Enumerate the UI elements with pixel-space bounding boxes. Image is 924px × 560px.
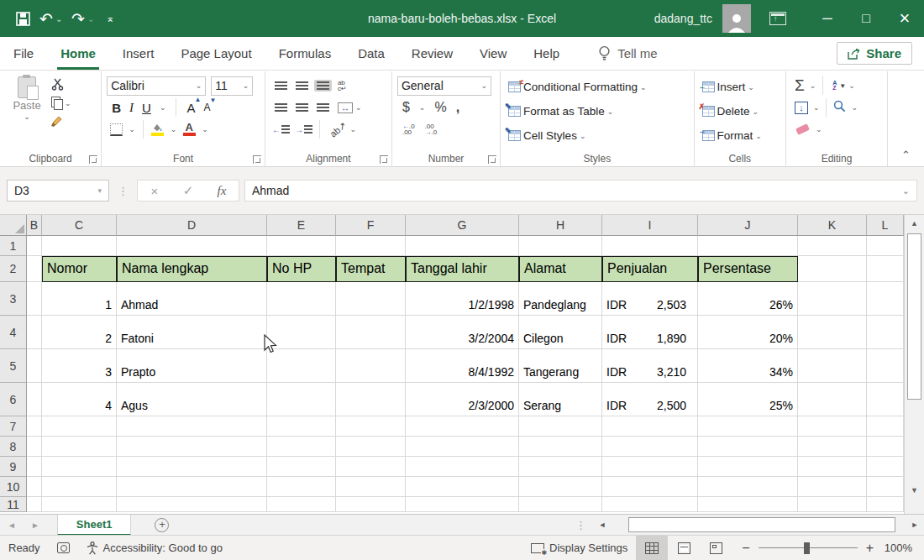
align-right-button[interactable]	[314, 102, 332, 113]
macro-recording-button[interactable]	[49, 536, 78, 560]
collapse-ribbon-button[interactable]: ⌃	[888, 144, 924, 166]
page-layout-view-button[interactable]	[668, 536, 700, 560]
cell-B10[interactable]	[27, 477, 42, 497]
zoom-level-button[interactable]: 100%	[884, 542, 924, 554]
zoom-out-button[interactable]: −	[742, 541, 749, 556]
tab-view[interactable]: View	[466, 38, 520, 70]
tab-help[interactable]: Help	[520, 38, 573, 70]
cell-J8[interactable]	[698, 437, 798, 457]
cell-I3[interactable]: IDR2,503	[602, 282, 698, 316]
fill-color-chevron-icon[interactable]: ⌄	[171, 125, 177, 133]
col-header-L[interactable]: L	[867, 215, 904, 236]
cell-I7[interactable]	[602, 416, 698, 437]
insert-cells-button[interactable]: ← Insert ⌄	[700, 79, 757, 95]
cell-C4[interactable]: 2	[42, 316, 117, 349]
cell-E3[interactable]	[267, 282, 336, 316]
percent-style-button[interactable]: %	[434, 100, 446, 115]
cell-C1[interactable]	[42, 236, 117, 256]
row-header-11[interactable]: 11	[0, 497, 27, 512]
sheet-bar-grip[interactable]: ⋮	[569, 519, 593, 531]
cell-E4[interactable]	[267, 316, 336, 349]
cell-F10[interactable]	[336, 477, 406, 497]
zoom-slider-thumb[interactable]	[804, 542, 810, 554]
col-header-J[interactable]: J	[698, 215, 798, 236]
customize-qat-button[interactable]: ⌅	[99, 6, 121, 31]
cell-G5[interactable]: 8/4/1992	[406, 349, 519, 383]
col-header-E[interactable]: E	[267, 215, 336, 236]
cell-L3[interactable]	[867, 282, 904, 316]
cell-D6[interactable]: Agus	[117, 383, 267, 416]
cell-K10[interactable]	[798, 477, 867, 497]
paste-button[interactable]: Paste ⌄	[5, 75, 49, 128]
cell-G8[interactable]	[406, 437, 519, 457]
cell-L5[interactable]	[867, 349, 904, 383]
col-header-F[interactable]: F	[336, 215, 406, 236]
conditional-formatting-button[interactable]: ≠ Conditional Formatting ⌄	[506, 79, 648, 95]
accounting-chevron-icon[interactable]: ⌄	[419, 103, 426, 112]
decrease-indent-button[interactable]: ←	[272, 125, 290, 134]
increase-font-size-button[interactable]: A▲	[186, 101, 195, 115]
cell-J9[interactable]	[698, 457, 798, 477]
cell-G11[interactable]	[406, 497, 519, 512]
decrease-font-size-button[interactable]: A▼	[203, 102, 210, 113]
cell-G4[interactable]: 3/2/2004	[406, 316, 519, 349]
cell-G9[interactable]	[406, 457, 519, 477]
row-header-8[interactable]: 8	[0, 437, 27, 457]
merge-center-button[interactable]: ↔ ⌄	[335, 101, 365, 115]
cell-D10[interactable]	[117, 477, 267, 497]
cell-E1[interactable]	[267, 236, 336, 256]
font-size-combo[interactable]: 11 ⌄	[211, 76, 253, 96]
cell-B1[interactable]	[27, 236, 42, 256]
row-header-7[interactable]: 7	[0, 416, 27, 437]
cell-F11[interactable]	[336, 497, 406, 512]
close-button[interactable]: ×	[885, 0, 924, 37]
tab-home[interactable]: Home	[47, 38, 109, 70]
select-all-corner[interactable]	[0, 215, 27, 236]
cell-L4[interactable]	[867, 316, 904, 349]
scroll-left-arrow[interactable]: ◄	[593, 517, 612, 533]
cell-F1[interactable]	[336, 236, 406, 256]
tab-data[interactable]: Data	[344, 38, 398, 70]
cancel-button[interactable]: ×	[138, 184, 171, 198]
fill-button[interactable]: ↓	[795, 102, 808, 114]
delete-cells-button[interactable]: ✗ Delete ⌄	[700, 103, 762, 119]
cell-I2[interactable]: Penjualan	[602, 256, 698, 282]
scroll-down-arrow[interactable]: ▼	[905, 482, 924, 499]
cell-B2[interactable]	[27, 256, 42, 282]
cell-C3[interactable]: 1	[42, 282, 117, 316]
format-cells-button[interactable]: ↔ Format ⌄	[700, 128, 764, 144]
clear-button[interactable]	[795, 123, 810, 135]
cell-F8[interactable]	[336, 437, 406, 457]
tell-me-button[interactable]: Tell me	[598, 45, 658, 61]
clipboard-dialog-launcher[interactable]	[89, 155, 97, 164]
cell-B5[interactable]	[27, 349, 42, 383]
scroll-up-arrow[interactable]: ▲	[905, 215, 924, 232]
decrease-decimal-button[interactable]: .00→.0	[425, 123, 438, 135]
align-left-button[interactable]	[272, 102, 290, 113]
increase-indent-button[interactable]: →	[295, 125, 312, 134]
cell-G3[interactable]: 1/2/1998	[406, 282, 519, 316]
cell-B6[interactable]	[27, 383, 42, 416]
cell-K1[interactable]	[798, 236, 867, 256]
number-format-combo[interactable]: General ⌄	[397, 76, 491, 96]
page-break-view-button[interactable]	[700, 536, 732, 560]
cell-E10[interactable]	[267, 477, 336, 497]
copy-button[interactable]: ⌄	[49, 95, 74, 111]
number-dialog-launcher[interactable]	[488, 155, 496, 164]
user-name[interactable]: dadang_ttc	[654, 12, 712, 25]
row-header-3[interactable]: 3	[0, 282, 27, 316]
cell-H6[interactable]: Serang	[519, 383, 602, 416]
save-button[interactable]	[12, 6, 34, 31]
cell-C2[interactable]: Nomor	[42, 256, 117, 282]
col-header-H[interactable]: H	[519, 215, 602, 236]
cell-E7[interactable]	[267, 416, 336, 437]
cell-D8[interactable]	[117, 437, 267, 457]
cell-D11[interactable]	[117, 497, 267, 512]
cell-F7[interactable]	[336, 416, 406, 437]
cell-I1[interactable]	[602, 236, 698, 256]
cell-D2[interactable]: Nama lengkap	[117, 256, 267, 282]
borders-chevron-icon[interactable]: ⌄	[129, 125, 135, 133]
vertical-scroll-thumb[interactable]	[907, 233, 921, 400]
minimize-button[interactable]: ─	[808, 0, 847, 37]
cell-L6[interactable]	[867, 383, 904, 416]
